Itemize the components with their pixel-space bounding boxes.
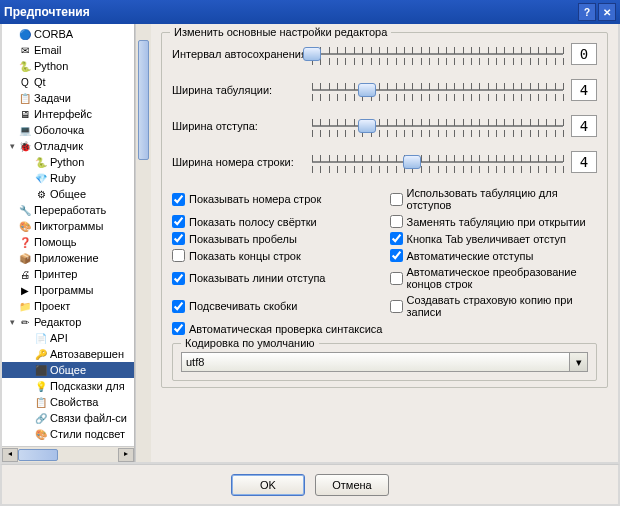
checkbox-item[interactable]: Заменять табуляцию при открытии xyxy=(390,215,598,228)
checkbox-label: Показывать номера строк xyxy=(189,193,321,205)
tree-icon: ✉ xyxy=(18,43,32,57)
tree-item[interactable]: 🔗Связи файл-си xyxy=(2,410,134,426)
tree-icon: 🔵 xyxy=(18,27,32,41)
checkbox[interactable] xyxy=(172,193,185,206)
checkbox-item[interactable]: Показывать номера строк xyxy=(172,187,380,211)
checkbox-item[interactable]: Показать концы строк xyxy=(172,249,380,262)
tree-item[interactable]: 📄API xyxy=(2,330,134,346)
tree-item[interactable]: 🐍Python xyxy=(2,58,134,74)
checkbox-item[interactable]: Показывать пробелы xyxy=(172,232,380,245)
v-scroll-thumb[interactable] xyxy=(138,40,149,160)
tree-label: Программы xyxy=(34,284,93,296)
tree-label: API xyxy=(50,332,68,344)
tree-item[interactable]: 🔧Переработать xyxy=(2,202,134,218)
checkbox[interactable] xyxy=(390,193,403,206)
tree-item[interactable]: 🐍Python xyxy=(2,154,134,170)
checkbox-label: Автоматическое преобразование концов стр… xyxy=(407,266,598,290)
tree-item[interactable]: 🖨Принтер xyxy=(2,266,134,282)
slider[interactable] xyxy=(312,44,563,64)
tree-item[interactable]: ▾✏Редактор xyxy=(2,314,134,330)
checkbox[interactable] xyxy=(172,232,185,245)
checkbox-item[interactable]: Создавать страховую копию при записи xyxy=(390,294,598,318)
encoding-combo[interactable]: utf8 ▾ xyxy=(181,352,588,372)
v-scrollbar[interactable] xyxy=(135,24,151,462)
scroll-left-icon[interactable]: ◂ xyxy=(2,448,18,462)
editor-settings-group: Изменить основные настройки редактора Ин… xyxy=(161,32,608,388)
checkbox[interactable] xyxy=(172,272,185,285)
tree-item[interactable]: 🔑Автозавершен xyxy=(2,346,134,362)
tree-label: Связи файл-си xyxy=(50,412,127,424)
checkbox-item[interactable]: Автоматические отступы xyxy=(390,249,598,262)
tree-item[interactable]: 🔵CORBA xyxy=(2,26,134,42)
tree-label: Задачи xyxy=(34,92,71,104)
tree-icon: ✏ xyxy=(18,315,32,329)
tree[interactable]: 🔵CORBA✉Email🐍PythonQQt📋Задачи🖥Интерфейс💻… xyxy=(2,24,134,446)
close-button[interactable]: ✕ xyxy=(598,3,616,21)
main-area: 🔵CORBA✉Email🐍PythonQQt📋Задачи🖥Интерфейс💻… xyxy=(0,24,620,464)
tree-label: Помощь xyxy=(34,236,77,248)
checkbox[interactable] xyxy=(390,249,403,262)
tree-item[interactable]: ✉Email xyxy=(2,42,134,58)
tree-item[interactable]: 💡Подсказки для xyxy=(2,378,134,394)
checkbox-item[interactable]: Автоматическое преобразование концов стр… xyxy=(390,266,598,290)
scroll-right-icon[interactable]: ▸ xyxy=(118,448,134,462)
checkbox-item[interactable]: Показывать линии отступа xyxy=(172,266,380,290)
tree-item[interactable]: ⬛Общее xyxy=(2,362,134,378)
checkbox-item[interactable]: Использовать табуляцию для отступов xyxy=(390,187,598,211)
tree-label: Переработать xyxy=(34,204,106,216)
tree-icon: 🔧 xyxy=(18,203,32,217)
slider[interactable] xyxy=(312,80,563,100)
checkbox[interactable] xyxy=(390,232,403,245)
slider-handle[interactable] xyxy=(358,119,376,133)
tree-item[interactable]: 📦Приложение xyxy=(2,250,134,266)
checkbox[interactable] xyxy=(390,215,403,228)
tree-item[interactable]: 📋Задачи xyxy=(2,90,134,106)
tree-item[interactable]: 📋Свойства xyxy=(2,394,134,410)
slider-handle[interactable] xyxy=(358,83,376,97)
tree-item[interactable]: QQt xyxy=(2,74,134,90)
cancel-button[interactable]: Отмена xyxy=(315,474,389,496)
checkbox[interactable] xyxy=(172,300,185,313)
checkbox-item[interactable]: Показать полосу свёртки xyxy=(172,215,380,228)
slider-label: Ширина табуляции: xyxy=(172,84,312,96)
tree-item[interactable]: ▶Программы xyxy=(2,282,134,298)
help-button[interactable]: ? xyxy=(578,3,596,21)
tree-icon: 🔗 xyxy=(34,411,48,425)
slider[interactable] xyxy=(312,116,563,136)
tree-item[interactable]: ▾🐞Отладчик xyxy=(2,138,134,154)
tree-label: Общее xyxy=(50,188,86,200)
slider-handle[interactable] xyxy=(403,155,421,169)
tree-icon: 🎨 xyxy=(34,427,48,441)
checkbox[interactable] xyxy=(172,249,185,262)
tree-icon: 📋 xyxy=(34,395,48,409)
tree-label: Приложение xyxy=(34,252,99,264)
h-scrollbar[interactable]: ◂ ▸ xyxy=(2,446,134,462)
tree-icon: 🎨 xyxy=(18,219,32,233)
tree-icon: ❓ xyxy=(18,235,32,249)
tree-item[interactable]: 🎨Пиктограммы xyxy=(2,218,134,234)
checkbox[interactable] xyxy=(390,300,403,313)
checkbox[interactable] xyxy=(390,272,403,285)
checkbox-item[interactable]: Подсвечивать скобки xyxy=(172,294,380,318)
checkbox-item[interactable]: Кнопка Tab увеличивает отступ xyxy=(390,232,598,245)
slider-handle[interactable] xyxy=(303,47,321,61)
checkbox[interactable] xyxy=(172,322,185,335)
tree-label: Python xyxy=(50,156,84,168)
tree-item[interactable]: ⚙Общее xyxy=(2,186,134,202)
checkbox-label: Создавать страховую копию при записи xyxy=(407,294,598,318)
checkbox-grid: Показывать номера строкИспользовать табу… xyxy=(172,187,597,335)
tree-item[interactable]: 💎Ruby xyxy=(2,170,134,186)
checkbox[interactable] xyxy=(172,215,185,228)
tree-icon: 💎 xyxy=(34,171,48,185)
tree-item[interactable]: 🎨Стили подсвет xyxy=(2,426,134,442)
h-scroll-thumb[interactable] xyxy=(18,449,58,461)
tree-item[interactable]: ❓Помощь xyxy=(2,234,134,250)
tree-item[interactable]: 🖥Интерфейс xyxy=(2,106,134,122)
tree-item[interactable]: 📁Проект xyxy=(2,298,134,314)
slider-row: Ширина табуляции:4 xyxy=(172,79,597,101)
tree-item[interactable]: 💻Оболочка xyxy=(2,122,134,138)
slider[interactable] xyxy=(312,152,563,172)
slider-row: Ширина отступа:4 xyxy=(172,115,597,137)
checkbox-item[interactable]: Автоматическая проверка синтаксиса xyxy=(172,322,597,335)
ok-button[interactable]: OK xyxy=(231,474,305,496)
